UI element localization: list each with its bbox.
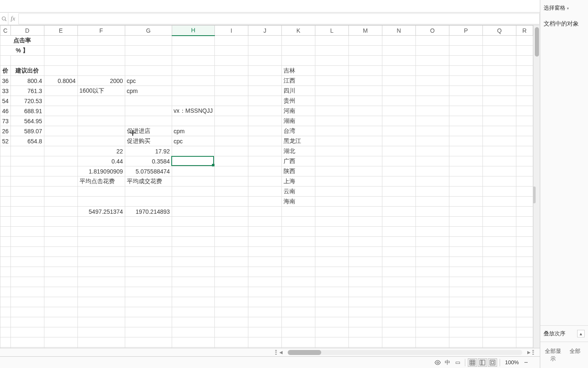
cell[interactable]	[214, 56, 248, 66]
cell[interactable]: 价	[0, 66, 11, 76]
cell[interactable]	[382, 76, 415, 86]
panel-collapse-button[interactable]	[533, 187, 536, 203]
cell[interactable]	[516, 66, 533, 76]
cell[interactable]	[248, 257, 281, 267]
cell[interactable]: 上海	[281, 176, 315, 187]
cell[interactable]	[77, 297, 125, 307]
cell[interactable]	[482, 46, 516, 56]
cell[interactable]	[315, 106, 348, 116]
hide-all-button[interactable]: 全部	[566, 345, 585, 365]
cell[interactable]	[449, 267, 482, 277]
cell[interactable]	[44, 36, 77, 46]
cell[interactable]	[248, 347, 281, 348]
cell[interactable]	[44, 166, 77, 176]
cell[interactable]	[0, 227, 11, 237]
cell[interactable]	[415, 247, 449, 257]
cell[interactable]	[382, 96, 415, 106]
cell[interactable]	[348, 257, 382, 267]
cell[interactable]	[449, 227, 482, 237]
cell[interactable]	[77, 187, 125, 197]
cell[interactable]	[348, 267, 382, 277]
cell[interactable]	[382, 126, 415, 136]
cell[interactable]	[449, 247, 482, 257]
cell[interactable]: 建议出价	[10, 66, 44, 76]
column-header-H[interactable]: H	[172, 26, 214, 36]
cell[interactable]	[77, 307, 125, 317]
cell[interactable]: 湖南	[281, 116, 315, 126]
cell[interactable]	[248, 317, 281, 327]
cell[interactable]	[415, 176, 449, 187]
cell[interactable]	[315, 166, 348, 176]
cell[interactable]	[44, 267, 77, 277]
cell[interactable]	[482, 237, 516, 247]
cell[interactable]	[281, 247, 315, 257]
column-header-F[interactable]: F	[77, 26, 125, 36]
cell[interactable]	[281, 327, 315, 337]
cell[interactable]	[248, 217, 281, 227]
cell[interactable]	[281, 307, 315, 317]
cell[interactable]	[315, 136, 348, 146]
cell[interactable]	[44, 156, 77, 166]
cell[interactable]	[281, 347, 315, 348]
cell[interactable]	[516, 247, 533, 257]
cell[interactable]	[77, 46, 125, 56]
cell[interactable]	[125, 217, 172, 227]
cell[interactable]	[248, 36, 281, 46]
cell[interactable]	[172, 46, 214, 56]
cell[interactable]	[315, 207, 348, 217]
cell[interactable]: 800.4	[10, 76, 44, 86]
cell[interactable]	[44, 187, 77, 197]
cell[interactable]	[382, 297, 415, 307]
cell[interactable]	[482, 176, 516, 187]
cell[interactable]	[348, 347, 382, 348]
cell[interactable]	[415, 187, 449, 197]
cell[interactable]	[0, 207, 11, 217]
cell[interactable]	[516, 116, 533, 126]
cell[interactable]	[315, 36, 348, 46]
cell[interactable]	[315, 317, 348, 327]
cell[interactable]	[449, 257, 482, 267]
cell[interactable]	[172, 86, 214, 96]
cell[interactable]	[382, 156, 415, 166]
cell[interactable]	[77, 136, 125, 146]
cell[interactable]	[382, 56, 415, 66]
cell[interactable]	[172, 207, 214, 217]
cell[interactable]	[44, 297, 77, 307]
vertical-scrollbar[interactable]	[533, 25, 540, 348]
cell[interactable]: 26	[0, 126, 11, 136]
cell[interactable]	[248, 327, 281, 337]
cell[interactable]	[10, 297, 44, 307]
cell[interactable]	[214, 277, 248, 287]
cell[interactable]	[77, 126, 125, 136]
cell[interactable]	[214, 156, 248, 166]
cell[interactable]	[248, 297, 281, 307]
cell[interactable]	[10, 146, 44, 156]
cell[interactable]	[214, 66, 248, 76]
cell[interactable]	[214, 166, 248, 176]
cell[interactable]	[10, 237, 44, 247]
cell[interactable]	[315, 217, 348, 227]
cell[interactable]	[516, 96, 533, 106]
cell[interactable]	[449, 76, 482, 86]
cell[interactable]	[516, 267, 533, 277]
cell[interactable]	[214, 337, 248, 347]
cell[interactable]	[516, 56, 533, 66]
cell[interactable]	[44, 307, 77, 317]
cell[interactable]: 54	[0, 96, 11, 106]
cell[interactable]: 促进购买	[125, 136, 172, 146]
cell[interactable]	[125, 297, 172, 307]
cell[interactable]	[172, 176, 214, 187]
cell[interactable]	[248, 86, 281, 96]
cell[interactable]	[482, 347, 516, 348]
cell[interactable]	[214, 257, 248, 267]
cell[interactable]	[348, 66, 382, 76]
cell[interactable]	[44, 136, 77, 146]
cell[interactable]	[281, 46, 315, 56]
cell[interactable]	[516, 126, 533, 136]
cell[interactable]	[248, 156, 281, 166]
cell[interactable]: 陕西	[281, 166, 315, 176]
cell[interactable]	[516, 217, 533, 227]
cell[interactable]	[44, 96, 77, 106]
cell[interactable]	[415, 76, 449, 86]
cell[interactable]	[214, 267, 248, 277]
